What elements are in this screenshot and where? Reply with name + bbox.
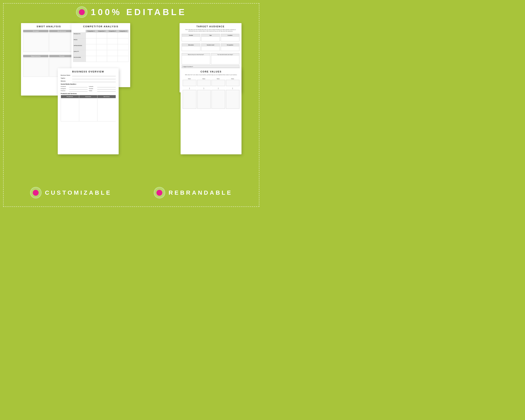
target-freetime-body[interactable] <box>182 56 210 64</box>
target-brands-header: Your favourite brands and shops? <box>211 53 239 56</box>
comp-p1-c2[interactable] <box>96 33 107 38</box>
swot-weaknesses-header: Weaknesses <box>49 30 75 32</box>
rebrandable-badge: REBRANDABLE <box>154 187 233 198</box>
social-facebook-line[interactable] <box>69 86 88 87</box>
target-gender-body[interactable] <box>182 37 200 41</box>
comp-q-c4[interactable] <box>118 50 129 56</box>
core-value-3-bottom[interactable] <box>211 90 225 109</box>
comp-q-c2[interactable] <box>96 50 107 56</box>
biz-name-label: Business Name: <box>61 75 72 76</box>
target-occupation-body[interactable] <box>221 46 239 51</box>
customizable-pink-dot <box>33 190 39 196</box>
core-value-3-label: Value: <box>217 78 220 79</box>
business-title: BUSINESS OVERVIEW <box>58 68 119 74</box>
target-row2: Education Income Level Occupation <box>179 43 242 52</box>
target-location-cell: Location <box>221 34 239 41</box>
rebrandable-pink-dot <box>156 190 162 196</box>
core-value-1-bottom[interactable] <box>183 90 196 109</box>
comp-products-label: PRODUCTS <box>73 33 86 38</box>
core-arrow-3: ↓ <box>217 86 219 89</box>
comp-ap-c3[interactable] <box>107 44 118 50</box>
swot-opportunities-body[interactable] <box>23 58 48 77</box>
comp-quality-label: QUALITY <box>73 50 86 56</box>
badge-title: 100% EDITABLE <box>91 7 187 17</box>
comp-ap-c4[interactable] <box>118 44 129 50</box>
comp-q-c3[interactable] <box>107 50 118 56</box>
comp-col4: Competitor 4 <box>118 30 129 33</box>
target-location-body[interactable] <box>221 37 239 41</box>
swot-weaknesses-body[interactable] <box>49 33 75 52</box>
social-facebook-label: Facebook: <box>61 86 69 87</box>
swot-threats-header: Threats <box>49 55 75 57</box>
swot-title: SWOT ANALYSIS <box>21 23 77 29</box>
swot-opportunities-header: Opportunities <box>23 55 48 57</box>
core-value-3-top[interactable] <box>211 80 225 86</box>
core-value-2-bottom[interactable] <box>197 90 211 109</box>
core-value-2-top[interactable] <box>197 80 211 86</box>
comp-pk-c1[interactable] <box>86 56 96 62</box>
core-value-1-top[interactable] <box>183 80 196 86</box>
comp-pr-c3[interactable] <box>107 38 118 44</box>
biz-name-line[interactable] <box>72 74 116 76</box>
target-age-body[interactable] <box>201 37 220 41</box>
ps-services-body[interactable] <box>97 98 116 121</box>
target-freetime-cell: What do they do in their free time? <box>182 53 210 65</box>
comp-ap-c1[interactable] <box>86 44 96 50</box>
social-instagram-line[interactable] <box>69 88 88 89</box>
target-brands-body[interactable] <box>211 56 239 64</box>
social-pinterest-line[interactable] <box>69 90 88 92</box>
comp-p1-c4[interactable] <box>118 33 129 38</box>
comp-quality-row: QUALITY <box>73 50 129 56</box>
biz-tagline-line[interactable] <box>72 77 116 79</box>
target-row1: Gender Age Location <box>179 33 242 42</box>
target-education-header: Education <box>182 44 200 46</box>
comp-appearance-row: APPEARANCE <box>73 44 129 50</box>
target-income-cell: Income Level <box>201 44 220 51</box>
social-pinterest-label: Pinterest: <box>61 90 69 91</box>
comp-q-c1[interactable] <box>86 50 96 56</box>
social-twitter-line[interactable] <box>97 90 116 92</box>
social-linkedin: LinkedIn: <box>89 86 116 87</box>
comp-pr-c1[interactable] <box>86 38 96 44</box>
comp-pk-c3[interactable] <box>107 56 118 62</box>
social-facebook: Facebook: <box>61 86 88 87</box>
target-freetime-header: What do they do in their free time? <box>182 53 210 56</box>
target-age-cell: Age <box>201 34 220 41</box>
core-value-2: Value: ↓ <box>197 78 211 109</box>
biz-website-line[interactable] <box>72 80 116 82</box>
ps-products-body[interactable] <box>61 98 79 121</box>
rebrandable-circle-icon <box>154 187 165 198</box>
social-linkedin-line[interactable] <box>97 86 116 87</box>
target-occupation-cell: Occupation <box>221 44 239 51</box>
target-location-header: Location <box>221 34 239 37</box>
target-frustration-header: ir biggest frustrations? <box>182 65 239 68</box>
target-income-body[interactable] <box>201 46 220 51</box>
core-values-grid: Value: ↓ Value: ↓ Value: ↓ Value: ↓ <box>181 77 242 110</box>
target-education-body[interactable] <box>182 46 200 51</box>
core-value-4-top[interactable] <box>226 80 240 86</box>
ps-courses-header: Courses <box>79 95 97 98</box>
badge-pink-dot <box>79 9 85 15</box>
swot-grid: Strength Weaknesses <box>21 29 77 53</box>
comp-p1-c1[interactable] <box>86 33 96 38</box>
customizable-circle-icon <box>30 187 42 198</box>
comp-packaging-row: PACKAGING <box>73 56 129 62</box>
comp-price-label: PRICE <box>73 38 86 44</box>
products-services-table: Products Courses Services <box>61 95 116 121</box>
core-value-3: Value: ↓ <box>211 78 225 109</box>
comp-p1-c3[interactable] <box>107 33 118 38</box>
social-youtube-line[interactable] <box>97 88 116 89</box>
core-value-4-bottom[interactable] <box>226 90 240 109</box>
comp-pk-c2[interactable] <box>96 56 107 62</box>
customizable-badge: CUSTOMIZABLE <box>30 187 112 198</box>
target-gender-cell: Gender <box>182 34 200 41</box>
comp-pk-c4[interactable] <box>118 56 129 62</box>
comp-pr-c4[interactable] <box>118 38 129 44</box>
comp-ap-c2[interactable] <box>96 44 107 50</box>
core-subtitle: Write down the 4 core values of your bus… <box>181 74 242 77</box>
social-instagram: Instagram: <box>61 88 88 89</box>
swot-strength-body[interactable] <box>23 33 48 52</box>
comp-pr-c2[interactable] <box>96 38 107 44</box>
ps-courses-body[interactable] <box>79 98 97 121</box>
target-title: TARGET AUDIENCE <box>179 23 242 29</box>
